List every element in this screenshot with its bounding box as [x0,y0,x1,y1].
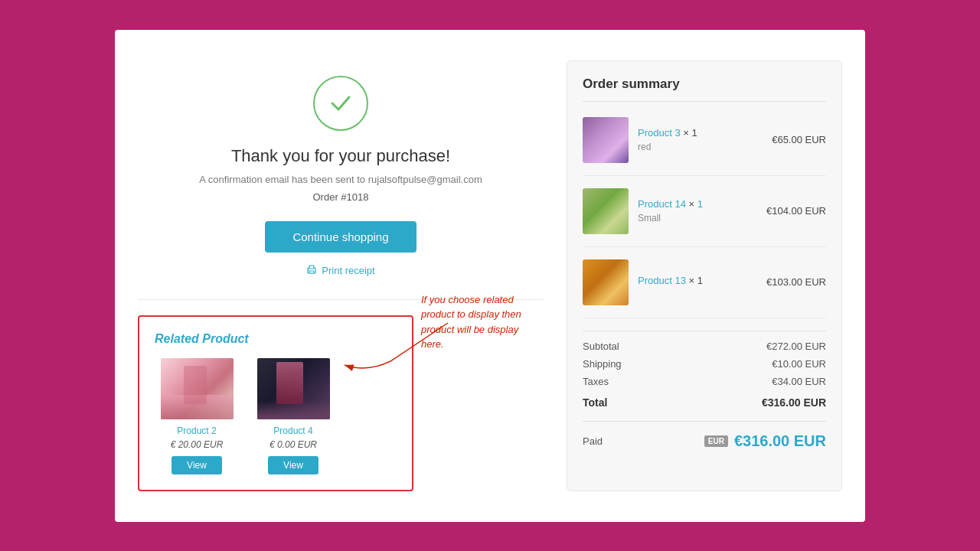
annotation-text: If you choose related product to display… [421,292,544,352]
product-4-img-visual [257,358,330,419]
subtotal-value: €272.00 EUR [766,341,826,352]
total-label: Total [583,396,607,409]
product-4-image [257,358,330,419]
continue-shopping-button[interactable]: Continue shopping [265,221,416,253]
product-2-name: Product 2 [177,425,216,436]
eur-badge: EUR [704,435,728,447]
order-item-2-details: Product 14 × 1 Small [638,198,757,223]
paid-value: €316.00 EUR [734,432,826,450]
page-container: Thank you for your purchase! A confirmat… [115,30,865,522]
order-item-2-image [583,188,629,234]
related-products-title: Related Product [155,332,397,346]
taxes-row: Taxes €34.00 EUR [583,376,826,387]
paid-amount-container: EUR €316.00 EUR [704,432,826,450]
order-item-3-multiplier: × [689,275,697,286]
product-4-price: € 0.00 EUR [270,439,317,450]
product-4-name: Product 4 [273,425,312,436]
order-item-1-price: €65.00 EUR [772,134,826,145]
success-icon [313,76,368,131]
order-item-2-multiplier: × [689,198,697,210]
order-item-3-quantity: 1 [697,275,703,286]
product-card-2: Product 2 € 20.00 EUR View [155,358,239,474]
total-value: €316.00 EUR [762,396,826,409]
svg-point-3 [309,269,309,270]
confirmation-email: A confirmation email has been sent to ru… [199,174,482,185]
thank-you-title: Thank you for your purchase! [231,146,450,166]
order-item-3-details: Product 13 × 1 [638,275,757,289]
printer-icon [306,265,317,276]
taxes-label: Taxes [583,376,609,387]
order-item-1-image [583,117,629,163]
order-item-3-price: €103.00 EUR [766,276,826,288]
print-receipt-link[interactable]: Print receipt [306,265,374,276]
left-section: Thank you for your purchase! A confirmat… [138,60,544,491]
order-item-3-image [583,259,629,305]
product-2-price: € 20.00 EUR [171,439,224,450]
paid-label: Paid [583,435,603,447]
taxes-value: €34.00 EUR [772,376,826,387]
order-item-1-multiplier: × [683,127,691,139]
order-item-1-name-link[interactable]: Product 3 [638,127,681,139]
order-item-1: Product 3 × 1 red €65.00 EUR [583,117,826,176]
order-item-2-price: €104.00 EUR [766,205,826,217]
products-row: Product 2 € 20.00 EUR View Product 4 € 0… [155,358,397,474]
order-item-1-name-qty: Product 3 × 1 [638,127,763,139]
product-2-img-visual [161,358,234,419]
subtotal-label: Subtotal [583,341,619,352]
paid-section: Paid EUR €316.00 EUR [583,421,826,450]
shipping-row: Shipping €10.00 EUR [583,358,826,370]
total-row: Total €316.00 EUR [583,393,826,409]
svg-rect-2 [309,271,314,273]
shipping-label: Shipping [583,358,622,370]
shipping-value: €10.00 EUR [772,358,826,370]
product-card-4: Product 4 € 0.00 EUR View [251,358,335,474]
summary-totals: Subtotal €272.00 EUR Shipping €10.00 EUR… [583,331,826,409]
product-2-image [161,358,234,419]
order-item-1-variant: red [638,142,763,152]
annotation-container: If you choose related product to display… [421,292,544,352]
order-summary-panel: Order summary Product 3 × 1 red €65.00 E… [567,60,842,491]
order-item-2-variant: Small [638,213,757,223]
order-item-1-details: Product 3 × 1 red [638,127,763,152]
order-item-1-quantity: 1 [692,127,697,139]
svg-rect-1 [309,266,314,269]
order-item-3: Product 13 × 1 €103.00 EUR [583,259,826,318]
related-section-wrapper: Related Product Product 2 € 20.00 EUR Vi… [138,315,544,491]
related-products-box: Related Product Product 2 € 20.00 EUR Vi… [138,315,413,491]
order-summary-title: Order summary [583,77,826,102]
order-number: Order #1018 [313,191,369,203]
order-item-2-name-link[interactable]: Product 14 [638,198,686,210]
order-item-3-name-link[interactable]: Product 13 [638,275,686,286]
product-4-view-button[interactable]: View [268,456,318,474]
order-item-2: Product 14 × 1 Small €104.00 EUR [583,188,826,247]
order-item-3-name-qty: Product 13 × 1 [638,275,757,286]
order-item-2-quantity-link[interactable]: 1 [697,198,703,210]
print-receipt-label: Print receipt [322,265,374,276]
product-2-view-button[interactable]: View [172,456,222,474]
order-item-2-name-qty: Product 14 × 1 [638,198,757,210]
subtotal-row: Subtotal €272.00 EUR [583,341,826,352]
